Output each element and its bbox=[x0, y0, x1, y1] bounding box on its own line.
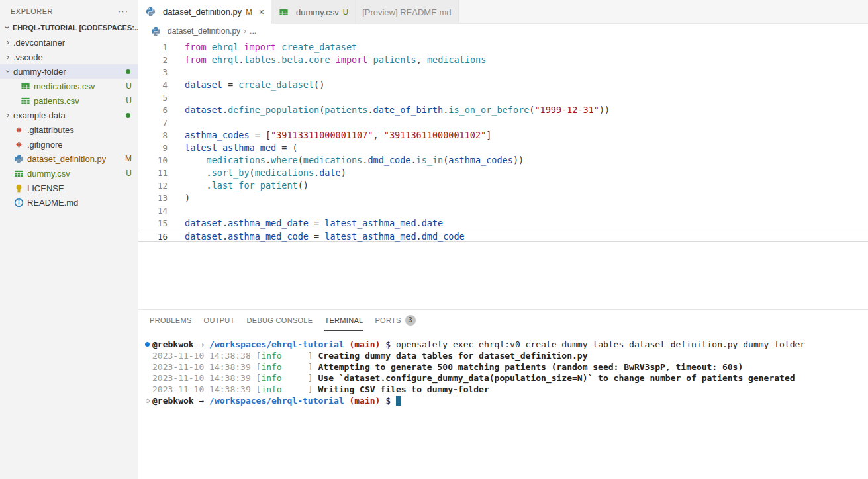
tab-label: [Preview] README.md bbox=[362, 7, 451, 17]
breadcrumb: dataset_definition.py › ... bbox=[138, 24, 868, 38]
terminal-text: @rebkwok → /workspaces/ehrql-tutorial (m… bbox=[152, 339, 805, 350]
code-line: 12 .last_for_patient() bbox=[138, 179, 868, 192]
csv-icon bbox=[20, 95, 30, 106]
git-icon bbox=[13, 124, 24, 135]
tree-item-dummy-csv[interactable]: dummy.csvU bbox=[0, 166, 138, 181]
terminal-token: info bbox=[261, 362, 281, 372]
code-token: = [ bbox=[250, 130, 271, 140]
line-number: 16 bbox=[138, 230, 168, 241]
code-token: . bbox=[410, 155, 416, 165]
tree-item--gitignore[interactable]: .gitignore bbox=[0, 137, 138, 152]
line-number: 7 bbox=[138, 116, 168, 129]
code-line: 11 .sort_by(medications.date) bbox=[138, 167, 868, 179]
terminal-token: (main) bbox=[349, 396, 380, 406]
code-token: . bbox=[222, 105, 228, 115]
tab-dataset-definition-py[interactable]: dataset_definition.pyM× bbox=[138, 0, 271, 24]
tree-item--devcontainer[interactable]: ›.devcontainer bbox=[0, 35, 138, 50]
code-token: = bbox=[222, 79, 238, 90]
code-text bbox=[168, 204, 185, 217]
code-token: define_population bbox=[228, 105, 319, 115]
python-icon bbox=[145, 7, 156, 17]
chevron-right-icon: › bbox=[3, 52, 13, 62]
code-token: asthma_codes bbox=[448, 155, 513, 165]
code-line: 15dataset.asthma_med_date = latest_asthm… bbox=[138, 217, 868, 230]
tree-item-label: dataset_definition.py bbox=[27, 154, 106, 164]
tree-item-label: .devcontainer bbox=[13, 38, 65, 48]
workspace-section-header[interactable]: › EHRQL-TUTORIAL [CODESPACES:... bbox=[0, 21, 138, 35]
code-token: dataset bbox=[185, 218, 222, 228]
terminal-gutter bbox=[142, 361, 152, 372]
code-line: 16dataset.asthma_med_code = latest_asthm… bbox=[138, 230, 868, 242]
code-token: create_dataset bbox=[238, 79, 314, 90]
editor-group: dataset_definition.pyM×dummy.csvU[Previe… bbox=[138, 0, 868, 479]
breadcrumb-file[interactable]: dataset_definition.py bbox=[168, 26, 240, 36]
code-token: ) bbox=[341, 167, 346, 178]
terminal[interactable]: @rebkwok → /workspaces/ehrql-tutorial (m… bbox=[138, 331, 868, 479]
git-icon bbox=[13, 139, 24, 150]
tab-label: dummy.csv bbox=[296, 7, 339, 17]
line-number: 11 bbox=[138, 167, 168, 179]
code-token: . bbox=[367, 105, 373, 115]
editor[interactable]: 1from ehrql import create_dataset2from e… bbox=[138, 38, 868, 309]
terminal-token: $ opensafely exec ehrql:v0 create-dummy-… bbox=[380, 339, 805, 349]
terminal-token: @rebkwok bbox=[152, 396, 194, 406]
code-line: 7 bbox=[138, 116, 868, 129]
tab-dummy-csv[interactable]: dummy.csvU bbox=[271, 0, 356, 24]
panel-tab-problems[interactable]: PROBLEMS bbox=[150, 310, 192, 331]
python-icon bbox=[13, 153, 24, 164]
panel-tab-terminal[interactable]: TERMINAL bbox=[324, 310, 363, 331]
code-token: . bbox=[314, 167, 319, 178]
code-token: "1999-12-31" bbox=[534, 105, 599, 115]
line-number: 13 bbox=[138, 192, 168, 204]
code-line: 9latest_asthma_med = ( bbox=[138, 142, 868, 154]
code-token: . bbox=[185, 180, 212, 191]
code-token: sort_by bbox=[212, 167, 250, 178]
tree-item-patients-csv[interactable]: patients.csvU bbox=[0, 93, 138, 108]
code-text: from ehrql import create_dataset bbox=[168, 41, 357, 54]
more-actions-icon[interactable]: ··· bbox=[118, 6, 128, 16]
terminal-token: info bbox=[261, 384, 281, 394]
code-token: core bbox=[309, 54, 330, 65]
line-number: 9 bbox=[138, 142, 168, 154]
tree-item-dataset-definition-py[interactable]: dataset_definition.pyM bbox=[0, 152, 138, 166]
code-token: dataset bbox=[185, 79, 222, 90]
chevron-right-icon: › bbox=[3, 110, 13, 120]
tree-item--vscode[interactable]: ›.vscode bbox=[0, 50, 138, 64]
breadcrumb-more[interactable]: ... bbox=[250, 26, 256, 36]
code-token: asthma_med_code bbox=[228, 231, 309, 241]
terminal-token: ] bbox=[282, 384, 318, 394]
tree-item-medications-csv[interactable]: medications.csvU bbox=[0, 79, 138, 93]
panel-tab-label: OUTPUT bbox=[204, 316, 235, 324]
tree-item-label: dummy.csv bbox=[27, 169, 70, 179]
code-line: 3 bbox=[138, 66, 868, 79]
code-token: beta bbox=[281, 54, 303, 65]
code-text bbox=[168, 66, 185, 79]
panel-tab-output[interactable]: OUTPUT bbox=[204, 310, 235, 331]
tree-item-example-data[interactable]: ›example-data bbox=[0, 108, 138, 122]
terminal-text: @rebkwok → /workspaces/ehrql-tutorial (m… bbox=[152, 395, 401, 406]
code-token: , bbox=[373, 130, 384, 140]
code-token: () bbox=[314, 79, 324, 90]
tree-item-license[interactable]: LICENSE bbox=[0, 181, 138, 195]
tree-item-label: .gitignore bbox=[27, 140, 62, 150]
close-icon[interactable]: × bbox=[259, 7, 264, 17]
tab--preview-readme-md[interactable]: [Preview] README.md bbox=[356, 0, 458, 24]
tree-item-readme-md[interactable]: README.md bbox=[0, 195, 138, 210]
tree-item--gitattributes[interactable]: .gitattributes bbox=[0, 122, 138, 137]
command-success-icon bbox=[142, 339, 152, 350]
code-token bbox=[207, 42, 212, 52]
tree-item-label: dummy-folder bbox=[13, 67, 66, 77]
code-token: )) bbox=[599, 105, 610, 115]
chevron-right-icon: › bbox=[3, 37, 13, 48]
code-token: ehrql bbox=[212, 42, 239, 52]
line-number: 14 bbox=[138, 204, 168, 217]
tree-item-dummy-folder[interactable]: ›dummy-folder bbox=[0, 64, 138, 79]
explorer-header: EXPLORER ··· bbox=[0, 0, 138, 21]
panel-tab-debug-console[interactable]: DEBUG CONSOLE bbox=[247, 310, 313, 331]
terminal-token: @rebkwok bbox=[152, 339, 194, 349]
code-token: . bbox=[416, 218, 422, 228]
ports-count-badge: 3 bbox=[405, 315, 416, 326]
panel-tab-ports[interactable]: PORTS3 bbox=[375, 310, 415, 331]
code-token: tables bbox=[244, 54, 276, 65]
code-token: import bbox=[336, 54, 368, 65]
